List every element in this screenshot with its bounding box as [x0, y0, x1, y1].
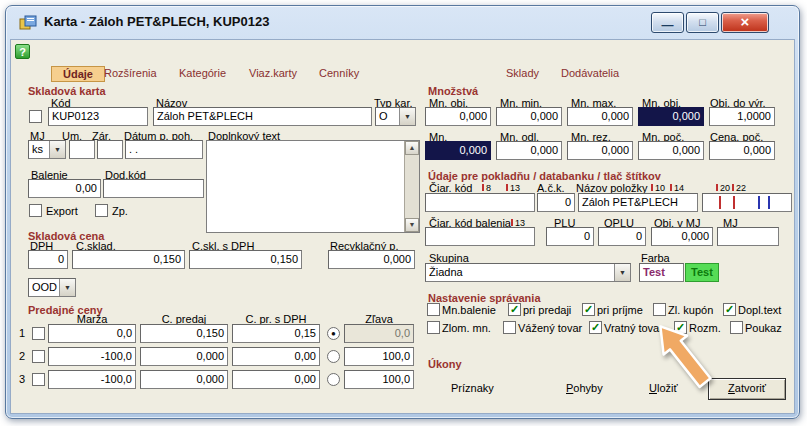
tab-udaje[interactable]: Údaje	[51, 66, 105, 82]
price-row-number: 1	[19, 327, 25, 339]
recyklacny-input[interactable]: 0,000	[328, 250, 415, 269]
zlava-row2-input[interactable]: 100,0	[344, 347, 414, 366]
c-predaj-row3-input[interactable]: 0,000	[140, 370, 228, 389]
tab-dodavatelia[interactable]: Dodávatelia	[561, 66, 619, 82]
price-row3-radio[interactable]	[327, 373, 340, 386]
c-pr-s-dph-row2-input[interactable]: 0,00	[232, 347, 320, 366]
dopl-text-checkbox[interactable]: ✓	[723, 303, 736, 316]
nazov-input[interactable]: Záloh PET&PLECH	[153, 107, 372, 126]
zp-checkbox[interactable]	[95, 204, 108, 217]
pri-predaji-checkbox[interactable]: ✓	[508, 303, 521, 316]
mj-input-2[interactable]	[717, 227, 779, 246]
priznaky-button[interactable]: Príznaky	[451, 382, 494, 394]
pohyby-button[interactable]: Pohyby	[566, 382, 603, 394]
chevron-down-icon[interactable]: ▼	[614, 264, 630, 281]
plu-input[interactable]: 0	[546, 227, 594, 246]
ruler-number: 10	[655, 183, 665, 193]
mn-odl-input[interactable]: 0,000	[496, 141, 562, 160]
zl-kupon-checkbox[interactable]	[653, 303, 666, 316]
zatvorit-button[interactable]: Zatvoriť	[708, 378, 786, 400]
scroll-down-icon[interactable]: ▼	[405, 218, 419, 232]
price-row2-checkbox[interactable]	[32, 350, 45, 363]
farba-nazov-input[interactable]: Test	[639, 263, 684, 282]
chevron-down-icon[interactable]: ▼	[399, 108, 415, 125]
marza-row3-input[interactable]: -100,0	[48, 370, 136, 389]
mn-poc-input[interactable]: 0,000	[638, 141, 704, 160]
obj-v-mj-input[interactable]: 0,000	[651, 227, 713, 246]
price-row1-checkbox[interactable]	[32, 327, 45, 340]
qplu-input[interactable]: 0	[598, 227, 646, 246]
app-icon	[19, 15, 37, 31]
balenie-input[interactable]: 0,00	[28, 179, 101, 198]
chevron-down-icon[interactable]: ▼	[49, 141, 65, 158]
minimize-button[interactable]: —	[651, 12, 684, 33]
mn-rez-input[interactable]: 0,000	[567, 141, 633, 160]
mn-obj2-input[interactable]: 0,000	[638, 107, 704, 126]
c-skl-s-dph-input[interactable]: 0,150	[189, 250, 302, 269]
c-pr-s-dph-row1-input[interactable]: 0,15	[232, 324, 320, 343]
c-predaj-row1-input[interactable]: 0,150	[140, 324, 228, 343]
zl-kupon-label: Zl. kupón	[668, 304, 713, 316]
nazov-polozky-input[interactable]: Záloh PET&PLECH	[578, 193, 698, 212]
ciar-kod-balenia-input[interactable]	[425, 227, 535, 246]
mn-balenie-checkbox[interactable]	[427, 303, 440, 316]
dph-input[interactable]: 0	[28, 250, 68, 269]
marza-row1-input[interactable]: 0,0	[48, 324, 136, 343]
price-row3-checkbox[interactable]	[32, 373, 45, 386]
karta-window: Karta - Záloh PET&PLECH, KUP0123 — □ × ?…	[5, 5, 800, 419]
pozicie-input[interactable]	[702, 193, 792, 212]
scroll-up-icon[interactable]: ▲	[405, 141, 419, 155]
help-button[interactable]: ?	[15, 44, 30, 59]
datum-p-poh-input[interactable]: . .	[125, 140, 203, 159]
vazeny-tovar-checkbox[interactable]	[503, 321, 516, 334]
price-row1-radio[interactable]: ●	[327, 327, 340, 340]
tab-cenniky[interactable]: Cenníky	[319, 66, 359, 82]
ciar-kod-input[interactable]	[425, 193, 535, 212]
kod-input[interactable]: KUP0123	[48, 107, 148, 126]
c-sklad-input[interactable]: 0,150	[72, 250, 185, 269]
maximize-button[interactable]: □	[686, 12, 719, 33]
mj-select[interactable]: ks ▼	[28, 140, 66, 159]
mn-obj-input[interactable]: 0,000	[425, 107, 491, 126]
chevron-down-icon[interactable]: ▼	[59, 279, 75, 296]
scrollbar[interactable]: ▲ ▼	[404, 141, 419, 232]
ack-input[interactable]: 0	[537, 193, 575, 212]
tab-viaz-karty[interactable]: Viaz.karty	[249, 66, 297, 82]
mn-max-input[interactable]: 0,000	[567, 107, 633, 126]
farba-swatch[interactable]: Test	[685, 263, 719, 282]
price-row-number: 2	[19, 350, 25, 362]
vratny-tovar-label: Vratný tovar	[604, 322, 663, 334]
c-pr-s-dph-row3-input[interactable]: 0,00	[232, 370, 320, 389]
pri-prijme-checkbox[interactable]: ✓	[582, 303, 595, 316]
zlava-row3-input[interactable]: 100,0	[344, 370, 414, 389]
group-title-mnozstva: Množstvá	[428, 85, 478, 97]
typ-kar-select[interactable]: O ▼	[375, 107, 416, 126]
c-predaj-row2-input[interactable]: 0,000	[140, 347, 228, 366]
kod-dph-select[interactable]: OOD ▼	[28, 278, 76, 297]
obj-do-vyr-input[interactable]: 1,0000	[709, 107, 775, 126]
zlom-mn-checkbox[interactable]	[427, 321, 440, 334]
close-icon: ×	[741, 13, 750, 30]
zlom-mn-label: Zlom. mn.	[442, 322, 491, 334]
mn-input[interactable]: 0,000	[425, 141, 491, 160]
price-row2-radio[interactable]	[327, 350, 340, 363]
export-checkbox[interactable]	[29, 204, 42, 217]
poukaz-checkbox[interactable]	[730, 321, 743, 334]
um-input[interactable]	[69, 140, 95, 159]
kod-checkbox[interactable]	[29, 110, 42, 123]
ruler-tick	[732, 184, 734, 191]
tab-sklady[interactable]: Sklady	[506, 66, 539, 82]
doplnkovy-text-input[interactable]: ▲ ▼	[206, 140, 420, 233]
close-button[interactable]: ×	[721, 12, 769, 33]
dod-kod-input[interactable]	[103, 179, 204, 198]
vratny-tovar-checkbox[interactable]: ✓	[589, 321, 602, 334]
marza-row2-input[interactable]: -100,0	[48, 347, 136, 366]
zar-input[interactable]	[97, 140, 123, 159]
mn-min-input[interactable]: 0,000	[496, 107, 562, 126]
tab-kategorie[interactable]: Kategórie	[179, 66, 226, 82]
title-bar[interactable]: Karta - Záloh PET&PLECH, KUP0123 — □ ×	[6, 6, 799, 39]
zp-label: Zp.	[112, 205, 128, 217]
tab-rozsirenia[interactable]: Rozšírenia	[104, 66, 157, 82]
skupina-select[interactable]: Žiadna ▼	[425, 263, 631, 282]
cena-poc-input[interactable]: 0,000	[709, 141, 775, 160]
